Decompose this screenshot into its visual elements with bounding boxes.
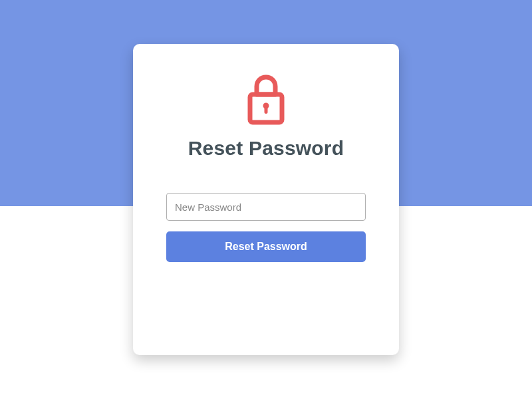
reset-password-card: Reset Password Reset Password <box>133 44 399 355</box>
reset-password-button[interactable]: Reset Password <box>166 231 366 262</box>
page-title: Reset Password <box>188 137 344 160</box>
lock-icon <box>243 74 289 125</box>
new-password-input[interactable] <box>166 193 366 221</box>
svg-rect-2 <box>265 106 268 114</box>
